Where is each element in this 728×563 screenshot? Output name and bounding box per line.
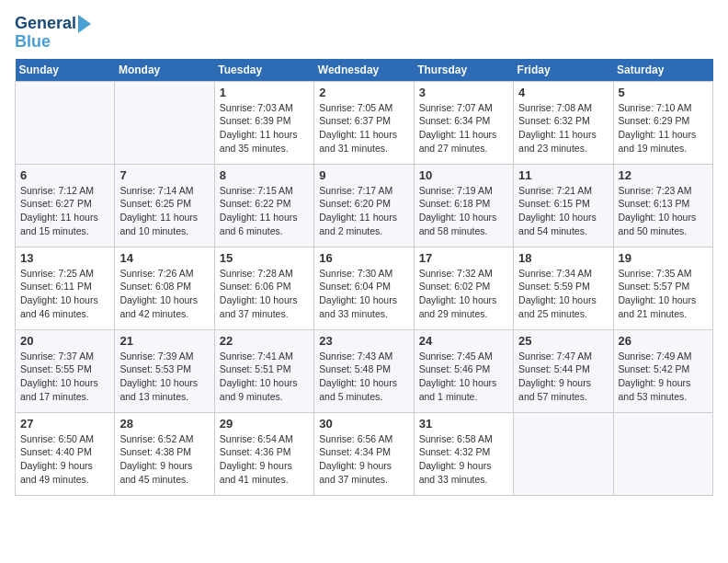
day-detail: Sunrise: 7:21 AMSunset: 6:15 PMDaylight:… [518,184,608,238]
day-headers-row: SundayMondayTuesdayWednesdayThursdayFrid… [16,59,713,82]
calendar-cell: 14Sunrise: 7:26 AMSunset: 6:08 PMDayligh… [115,247,214,329]
day-detail: Sunrise: 7:23 AMSunset: 6:13 PMDaylight:… [619,184,708,238]
calendar-cell: 6Sunrise: 7:12 AMSunset: 6:27 PMDaylight… [16,164,115,247]
calendar-cell: 28Sunrise: 6:52 AMSunset: 4:38 PMDayligh… [115,412,214,495]
col-header-tuesday: Tuesday [214,59,313,82]
day-detail: Sunrise: 7:41 AMSunset: 5:51 PMDaylight:… [220,350,309,404]
day-detail: Sunrise: 7:47 AMSunset: 5:44 PMDaylight:… [518,350,608,404]
day-number: 26 [619,334,708,348]
day-number: 14 [119,251,209,265]
calendar-cell: 18Sunrise: 7:34 AMSunset: 5:59 PMDayligh… [514,247,613,329]
calendar-week-3: 13Sunrise: 7:25 AMSunset: 6:11 PMDayligh… [16,247,713,329]
day-number: 21 [119,334,209,348]
calendar-cell: 10Sunrise: 7:19 AMSunset: 6:18 PMDayligh… [414,164,513,247]
day-number: 1 [220,86,309,99]
calendar-cell: 9Sunrise: 7:17 AMSunset: 6:20 PMDaylight… [314,164,414,247]
day-number: 11 [518,168,608,182]
day-number: 10 [419,168,508,182]
day-detail: Sunrise: 6:54 AMSunset: 4:36 PMDaylight:… [220,432,309,487]
day-number: 16 [319,251,408,265]
page-header: General Blue [15,15,713,52]
logo-general: General [15,15,76,33]
day-detail: Sunrise: 7:34 AMSunset: 5:59 PMDaylight:… [518,267,608,321]
day-number: 15 [220,251,309,265]
calendar-week-4: 20Sunrise: 7:37 AMSunset: 5:55 PMDayligh… [16,329,713,412]
calendar-cell: 29Sunrise: 6:54 AMSunset: 4:36 PMDayligh… [214,412,313,495]
day-detail: Sunrise: 7:25 AMSunset: 6:11 PMDaylight:… [20,267,109,321]
calendar-cell: 22Sunrise: 7:41 AMSunset: 5:51 PMDayligh… [214,329,313,412]
day-detail: Sunrise: 6:58 AMSunset: 4:32 PMDaylight:… [419,432,508,487]
day-number: 31 [419,417,508,431]
calendar-cell: 11Sunrise: 7:21 AMSunset: 6:15 PMDayligh… [514,164,613,247]
calendar-cell: 15Sunrise: 7:28 AMSunset: 6:06 PMDayligh… [214,247,313,329]
calendar-cell [613,412,712,495]
calendar-cell: 16Sunrise: 7:30 AMSunset: 6:04 PMDayligh… [314,247,414,329]
day-detail: Sunrise: 7:15 AMSunset: 6:22 PMDaylight:… [220,184,309,238]
day-number: 29 [220,417,309,431]
day-number: 17 [419,251,508,265]
day-number: 22 [220,334,309,348]
day-detail: Sunrise: 7:30 AMSunset: 6:04 PMDaylight:… [319,267,408,321]
logo: General Blue [15,15,91,52]
day-number: 7 [119,168,209,182]
calendar-cell: 23Sunrise: 7:43 AMSunset: 5:48 PMDayligh… [314,329,414,412]
calendar-cell: 13Sunrise: 7:25 AMSunset: 6:11 PMDayligh… [16,247,115,329]
day-number: 18 [518,251,608,265]
calendar-cell: 7Sunrise: 7:14 AMSunset: 6:25 PMDaylight… [115,164,214,247]
day-number: 3 [419,86,508,99]
calendar-week-2: 6Sunrise: 7:12 AMSunset: 6:27 PMDaylight… [16,164,713,247]
day-detail: Sunrise: 7:03 AMSunset: 6:39 PMDaylight:… [220,101,309,155]
day-detail: Sunrise: 7:10 AMSunset: 6:29 PMDaylight:… [619,101,708,155]
day-number: 4 [518,86,608,99]
calendar-cell: 30Sunrise: 6:56 AMSunset: 4:34 PMDayligh… [314,412,414,495]
day-detail: Sunrise: 7:26 AMSunset: 6:08 PMDaylight:… [119,267,209,321]
day-detail: Sunrise: 7:19 AMSunset: 6:18 PMDaylight:… [419,184,508,238]
day-detail: Sunrise: 7:49 AMSunset: 5:42 PMDaylight:… [619,350,708,404]
day-number: 9 [319,168,408,182]
day-number: 30 [319,417,408,431]
calendar-week-1: 1Sunrise: 7:03 AMSunset: 6:39 PMDaylight… [16,81,713,164]
calendar-cell: 27Sunrise: 6:50 AMSunset: 4:40 PMDayligh… [16,412,115,495]
day-detail: Sunrise: 6:52 AMSunset: 4:38 PMDaylight:… [119,432,209,487]
day-detail: Sunrise: 7:14 AMSunset: 6:25 PMDaylight:… [119,184,209,238]
calendar-week-5: 27Sunrise: 6:50 AMSunset: 4:40 PMDayligh… [16,412,713,495]
day-number: 28 [119,417,209,431]
day-detail: Sunrise: 7:35 AMSunset: 5:57 PMDaylight:… [619,267,708,321]
col-header-monday: Monday [115,59,214,82]
day-detail: Sunrise: 7:17 AMSunset: 6:20 PMDaylight:… [319,184,408,238]
calendar-cell: 2Sunrise: 7:05 AMSunset: 6:37 PMDaylight… [314,81,414,164]
day-detail: Sunrise: 7:05 AMSunset: 6:37 PMDaylight:… [319,101,408,155]
calendar-cell: 31Sunrise: 6:58 AMSunset: 4:32 PMDayligh… [414,412,513,495]
col-header-saturday: Saturday [613,59,712,82]
day-detail: Sunrise: 7:12 AMSunset: 6:27 PMDaylight:… [20,184,109,238]
day-detail: Sunrise: 7:45 AMSunset: 5:46 PMDaylight:… [419,350,508,404]
day-detail: Sunrise: 7:39 AMSunset: 5:53 PMDaylight:… [119,350,209,404]
day-number: 23 [319,334,408,348]
calendar-cell: 21Sunrise: 7:39 AMSunset: 5:53 PMDayligh… [115,329,214,412]
day-detail: Sunrise: 6:50 AMSunset: 4:40 PMDaylight:… [20,432,109,487]
col-header-sunday: Sunday [16,59,115,82]
day-number: 8 [220,168,309,182]
calendar-cell [115,81,214,164]
day-number: 13 [20,251,109,265]
calendar-cell: 4Sunrise: 7:08 AMSunset: 6:32 PMDaylight… [514,81,613,164]
day-detail: Sunrise: 6:56 AMSunset: 4:34 PMDaylight:… [319,432,408,487]
day-number: 2 [319,86,408,99]
day-detail: Sunrise: 7:07 AMSunset: 6:34 PMDaylight:… [419,101,508,155]
day-number: 6 [20,168,109,182]
day-detail: Sunrise: 7:28 AMSunset: 6:06 PMDaylight:… [220,267,309,321]
day-detail: Sunrise: 7:32 AMSunset: 6:02 PMDaylight:… [419,267,508,321]
calendar-cell: 8Sunrise: 7:15 AMSunset: 6:22 PMDaylight… [214,164,313,247]
col-header-wednesday: Wednesday [314,59,414,82]
day-detail: Sunrise: 7:08 AMSunset: 6:32 PMDaylight:… [518,101,608,155]
calendar-cell: 20Sunrise: 7:37 AMSunset: 5:55 PMDayligh… [16,329,115,412]
calendar-cell: 17Sunrise: 7:32 AMSunset: 6:02 PMDayligh… [414,247,513,329]
calendar-cell: 3Sunrise: 7:07 AMSunset: 6:34 PMDaylight… [414,81,513,164]
calendar-cell: 12Sunrise: 7:23 AMSunset: 6:13 PMDayligh… [613,164,712,247]
calendar-cell: 5Sunrise: 7:10 AMSunset: 6:29 PMDaylight… [613,81,712,164]
day-number: 19 [619,251,708,265]
calendar-cell: 24Sunrise: 7:45 AMSunset: 5:46 PMDayligh… [414,329,513,412]
calendar-cell [514,412,613,495]
day-number: 5 [619,86,708,99]
col-header-friday: Friday [514,59,613,82]
